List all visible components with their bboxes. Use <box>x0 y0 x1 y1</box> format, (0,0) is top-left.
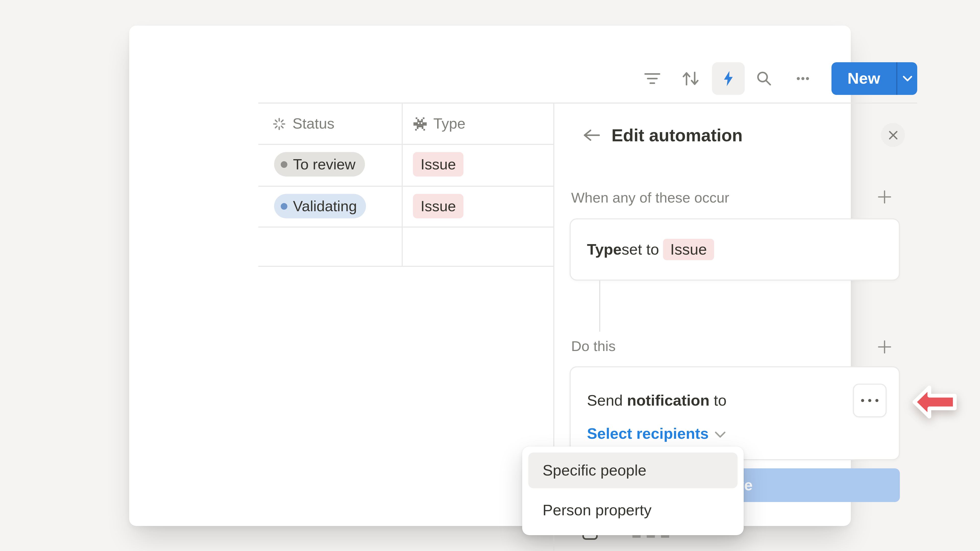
search-icon <box>756 70 772 87</box>
sort-icon <box>681 70 700 87</box>
status-burst-icon <box>272 117 286 131</box>
trigger-card[interactable]: Type set to Issue <box>570 218 900 281</box>
filter-icon <box>644 71 661 86</box>
select-recipients-label: Select recipients <box>587 425 709 442</box>
search-button[interactable] <box>753 67 775 90</box>
type-tag-issue[interactable]: Issue <box>413 152 464 176</box>
plus-icon <box>876 338 893 356</box>
type-tag-label: Issue <box>421 198 456 214</box>
flow-connector <box>599 281 600 332</box>
sort-button[interactable] <box>679 67 702 90</box>
column-header-label: Status <box>293 115 334 132</box>
chevron-down-icon <box>715 431 726 439</box>
action-prefix: Send <box>587 392 627 409</box>
table-gridline <box>258 227 553 227</box>
chevron-down-icon <box>903 75 912 82</box>
bug-icon <box>413 117 427 131</box>
action-section-label: Do this <box>571 338 616 354</box>
plus-icon <box>876 188 893 206</box>
trigger-section-label: When any of these occur <box>571 190 729 206</box>
action-card[interactable]: Send notification to Select recipients <box>570 366 900 460</box>
select-recipients-dropdown[interactable]: Select recipients <box>587 425 726 442</box>
lightning-icon <box>722 70 735 87</box>
table-gridline <box>258 144 553 145</box>
type-tag-issue[interactable]: Issue <box>413 194 464 218</box>
panel-title: Edit automation <box>611 124 743 147</box>
type-tag-label: Issue <box>421 156 456 173</box>
menu-item-person-property[interactable]: Person property <box>528 492 738 528</box>
dot <box>875 399 878 402</box>
column-header-label: Type <box>433 115 466 132</box>
main-window: New St <box>129 25 851 526</box>
status-dot <box>281 203 287 210</box>
arrow-left-icon <box>582 127 601 143</box>
column-divider <box>402 103 403 266</box>
menu-item-label: Specific people <box>542 462 646 479</box>
screen: New St <box>0 0 980 551</box>
dot <box>861 399 864 402</box>
column-header-type[interactable]: Type <box>413 103 466 144</box>
menu-item-label: Person property <box>542 502 652 519</box>
action-emphasis: notification <box>627 392 710 409</box>
trigger-value-tag: Issue <box>663 239 714 260</box>
new-button[interactable]: New <box>832 62 917 95</box>
recipients-dropdown-menu: Specific people Person property <box>522 446 744 535</box>
close-button[interactable] <box>881 123 905 147</box>
table-gridline <box>258 186 553 187</box>
filter-button[interactable] <box>641 67 663 90</box>
status-pill-to-review[interactable]: To review <box>274 152 365 176</box>
menu-item-specific-people[interactable]: Specific people <box>528 453 738 488</box>
new-dropdown-toggle[interactable] <box>897 62 917 95</box>
new-button-label: New <box>832 62 896 95</box>
back-button[interactable] <box>580 124 603 147</box>
trigger-connector: set to <box>622 241 659 258</box>
trigger-property: Type <box>587 241 622 258</box>
toolbar-divider <box>258 103 917 103</box>
close-icon <box>887 129 899 141</box>
automations-button[interactable] <box>712 62 745 95</box>
dot <box>868 399 871 402</box>
add-action-button[interactable] <box>873 336 896 358</box>
action-suffix: to <box>710 392 727 409</box>
add-trigger-button[interactable] <box>873 186 896 208</box>
annotation-arrow-left-icon <box>912 383 957 421</box>
ellipsis-icon <box>795 71 811 86</box>
trigger-text: Type set to Issue <box>587 239 714 260</box>
status-pill-label: Validating <box>293 198 357 214</box>
more-options-button[interactable] <box>792 67 814 90</box>
status-pill-validating[interactable]: Validating <box>274 194 366 218</box>
column-header-status[interactable]: Status <box>272 103 334 144</box>
table-gridline <box>258 266 553 267</box>
action-more-button[interactable] <box>853 384 886 417</box>
status-dot <box>281 161 287 168</box>
status-pill-label: To review <box>293 156 355 173</box>
action-description: Send notification to <box>587 392 727 409</box>
